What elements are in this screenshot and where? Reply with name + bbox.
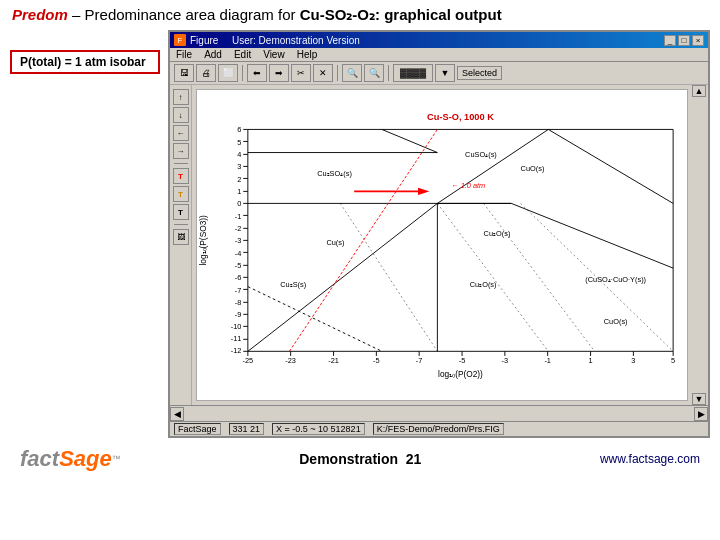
- scroll-down-button[interactable]: ▼: [692, 393, 706, 405]
- scroll-up-button[interactable]: ▲: [692, 85, 706, 97]
- svg-text:-8: -8: [235, 298, 242, 307]
- header-middle: – Predominance area diagram for: [68, 6, 300, 23]
- figure-left-toolbar: ↑ ↓ ← → T T T 🖼: [170, 85, 192, 405]
- logo-sage: Sage: [59, 446, 112, 472]
- svg-text:CuO(s): CuO(s): [604, 317, 628, 326]
- figure-titlebar: F Figure User: Demonstration Version _ □…: [170, 32, 708, 48]
- svg-text:-7: -7: [235, 286, 242, 295]
- toolbar-selected-label: Selected: [457, 66, 502, 80]
- svg-rect-0: [197, 102, 687, 389]
- svg-text:CuSO₄(s): CuSO₄(s): [465, 150, 497, 159]
- plot-svg: -25 -23 -21 -5 -7 -5 -3 -1 1: [197, 90, 687, 400]
- svg-text:Cu₂O(s): Cu₂O(s): [484, 229, 511, 238]
- svg-text:1: 1: [589, 356, 593, 365]
- left-btn-3[interactable]: ←: [173, 125, 189, 141]
- minimize-button[interactable]: _: [664, 35, 676, 46]
- menu-add[interactable]: Add: [202, 49, 224, 60]
- scroll-right-button[interactable]: ▶: [694, 407, 708, 421]
- svg-text:Cu-S-O, 1000 K: Cu-S-O, 1000 K: [427, 112, 494, 122]
- footer-demonstration: Demonstration: [299, 451, 398, 467]
- scroll-left-button[interactable]: ◀: [170, 407, 184, 421]
- footer-page-number: 21: [406, 451, 422, 467]
- left-btn-t2[interactable]: T: [173, 186, 189, 202]
- status-app: FactSage: [174, 423, 221, 435]
- toolbar-sep-3: [388, 65, 389, 81]
- toolbar-btn-8[interactable]: 🔍: [342, 64, 362, 82]
- svg-text:3: 3: [631, 356, 635, 365]
- footer-logo: factSage™: [20, 446, 121, 472]
- svg-text:3: 3: [237, 162, 241, 171]
- svg-text:-5: -5: [235, 261, 242, 270]
- toolbar-btn-5[interactable]: ➡: [269, 64, 289, 82]
- svg-text:0: 0: [237, 199, 241, 208]
- svg-text:-25: -25: [243, 356, 254, 365]
- toolbar-sep-1: [242, 65, 243, 81]
- svg-text:5: 5: [237, 138, 241, 147]
- toolbar-btn-10[interactable]: ▓▓▓▓: [393, 64, 433, 82]
- svg-text:1: 1: [237, 187, 241, 196]
- svg-text:2: 2: [237, 175, 241, 184]
- footer: factSage™ Demonstration 21 www.factsage.…: [0, 440, 720, 476]
- toolbar-btn-6[interactable]: ✂: [291, 64, 311, 82]
- figure-right-scrollbar[interactable]: ▲ ▼: [692, 85, 708, 405]
- toolbar-btn-2[interactable]: 🖨: [196, 64, 216, 82]
- toolbar-sep-2: [337, 65, 338, 81]
- status-values: X = -0.5 ~ 10 512821: [272, 423, 365, 435]
- figure-body: ↑ ↓ ← → T T T 🖼: [170, 85, 708, 405]
- toolbar-btn-4[interactable]: ⬅: [247, 64, 267, 82]
- toolbar-btn-1[interactable]: 🖫: [174, 64, 194, 82]
- predom-label: Predom: [12, 6, 68, 23]
- toolbar-btn-7[interactable]: ✕: [313, 64, 333, 82]
- left-btn-t3[interactable]: T: [173, 204, 189, 220]
- left-btn-t1[interactable]: T: [173, 168, 189, 184]
- horizontal-scrollbar[interactable]: ◀ ▶: [170, 405, 708, 421]
- figure-icon: F: [174, 34, 186, 46]
- svg-text:← 1.0 atm: ← 1.0 atm: [451, 181, 485, 190]
- main-content: P(total) = 1 atm isobar F Figure User: D…: [0, 28, 720, 440]
- svg-text:5: 5: [671, 356, 675, 365]
- titlebar-left: F Figure User: Demonstration Version: [174, 34, 360, 46]
- isobar-annotation: P(total) = 1 atm isobar: [10, 50, 160, 74]
- svg-text:Cu₂O(s): Cu₂O(s): [470, 280, 497, 289]
- toolbar-btn-11[interactable]: ▼: [435, 64, 455, 82]
- svg-text:-21: -21: [328, 356, 339, 365]
- scroll-track: [692, 97, 708, 393]
- figure-statusbar: FactSage 331 21 X = -0.5 ~ 10 512821 K:/…: [170, 421, 708, 436]
- left-btn-1[interactable]: ↑: [173, 89, 189, 105]
- left-annotation-area: P(total) = 1 atm isobar: [10, 30, 160, 438]
- svg-text:-23: -23: [285, 356, 296, 365]
- footer-url: www.factsage.com: [600, 452, 700, 466]
- svg-text:-3: -3: [235, 236, 242, 245]
- titlebar-buttons[interactable]: _ □ ×: [664, 35, 704, 46]
- svg-text:-5: -5: [373, 356, 380, 365]
- left-btn-4[interactable]: →: [173, 143, 189, 159]
- close-button[interactable]: ×: [692, 35, 704, 46]
- svg-text:(CuSO₄·CuO·Y(s)): (CuSO₄·CuO·Y(s)): [585, 275, 646, 284]
- plot-area: -25 -23 -21 -5 -7 -5 -3 -1 1: [196, 89, 688, 401]
- left-sep2: [174, 224, 188, 225]
- status-path: K:/FES-Demo/Predom/Prs.FIG: [373, 423, 504, 435]
- left-sep: [174, 163, 188, 164]
- svg-text:-2: -2: [235, 224, 242, 233]
- menu-help[interactable]: Help: [295, 49, 320, 60]
- svg-text:-5: -5: [459, 356, 466, 365]
- svg-text:-1: -1: [544, 356, 551, 365]
- left-btn-2[interactable]: ↓: [173, 107, 189, 123]
- logo-fact: fact: [20, 446, 59, 472]
- header: Predom – Predominance area diagram for C…: [0, 0, 720, 28]
- svg-text:-4: -4: [235, 249, 242, 258]
- svg-text:-11: -11: [231, 334, 242, 343]
- menu-view[interactable]: View: [261, 49, 287, 60]
- left-btn-img[interactable]: 🖼: [173, 229, 189, 245]
- logo-tm: ™: [112, 454, 121, 464]
- toolbar-btn-3[interactable]: ⬜: [218, 64, 238, 82]
- svg-text:6: 6: [237, 125, 241, 134]
- header-title: Predom – Predominance area diagram for C…: [12, 6, 502, 23]
- menu-file[interactable]: File: [174, 49, 194, 60]
- svg-text:-3: -3: [502, 356, 509, 365]
- svg-text:-7: -7: [416, 356, 423, 365]
- menu-edit[interactable]: Edit: [232, 49, 253, 60]
- toolbar-btn-9[interactable]: 🔍: [364, 64, 384, 82]
- svg-text:log₁₀(P(SO3)): log₁₀(P(SO3)): [198, 215, 208, 266]
- maximize-button[interactable]: □: [678, 35, 690, 46]
